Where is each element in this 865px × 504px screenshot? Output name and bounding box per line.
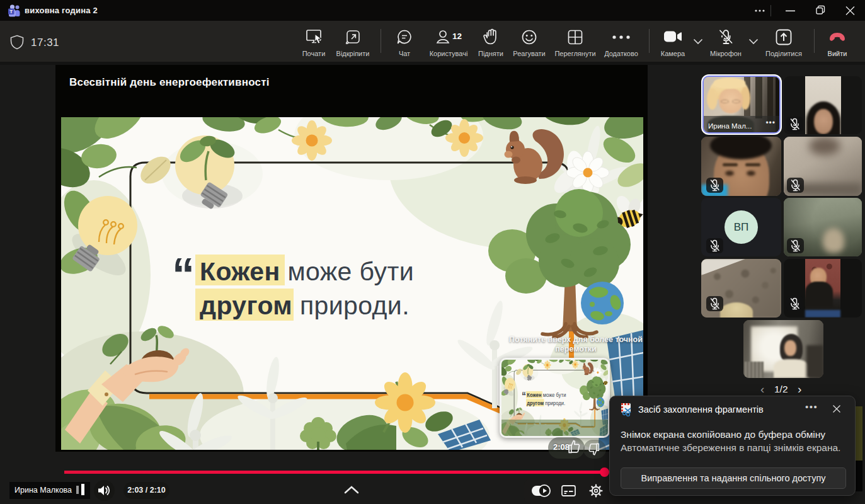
- svg-text:T: T: [9, 9, 13, 14]
- svg-text:Кожен може бути: Кожен може бути: [200, 257, 414, 286]
- svg-text:другом природи.: другом природи.: [200, 291, 410, 320]
- svg-text:“: “: [172, 249, 195, 299]
